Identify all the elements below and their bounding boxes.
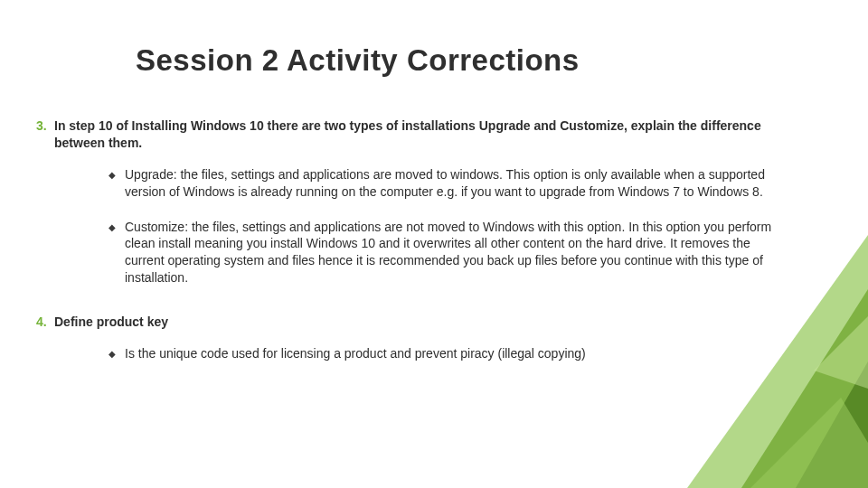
answer-text: Upgrade: the files, settings and applica…: [125, 167, 765, 199]
question-4-number: 4.: [36, 314, 47, 331]
slide-title: Session 2 Activity Corrections: [136, 43, 580, 78]
diamond-bullet-icon: ◆: [108, 221, 116, 234]
decorative-corner-icon: [633, 235, 868, 488]
diamond-bullet-icon: ◆: [108, 169, 116, 182]
question-4-text: Define product key: [54, 314, 168, 329]
answer-text: Is the unique code used for licensing a …: [125, 346, 586, 361]
question-3-number: 3.: [36, 117, 47, 135]
question-3-text: In step 10 of Installing Windows 10 ther…: [54, 118, 761, 150]
diamond-bullet-icon: ◆: [108, 348, 116, 361]
list-item: ◆ Upgrade: the files, settings and appli…: [108, 166, 791, 201]
slide: Session 2 Activity Corrections 3. In ste…: [0, 0, 868, 488]
